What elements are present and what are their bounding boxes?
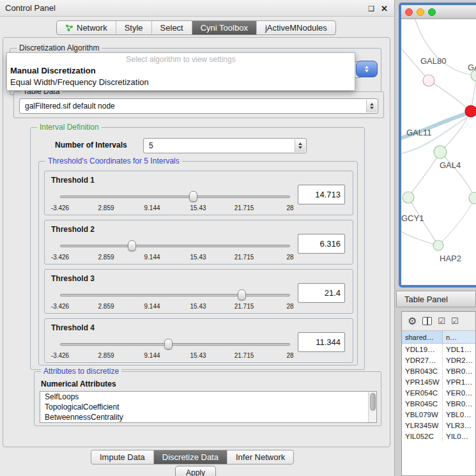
slider-thumb[interactable] (238, 289, 246, 300)
tab-style-label: Style (125, 23, 143, 33)
table-row[interactable]: YDL19…YDL1… (402, 344, 475, 355)
dropdown-placeholder-option[interactable]: Select algorithm to view settings (7, 53, 355, 65)
select-all-icon[interactable]: ☑ (438, 317, 445, 325)
table-panel-titlebar: Table Panel (396, 291, 476, 307)
threshold-2-panel: Threshold 2 -3.426 2.859 9.144 15.43 21.… (44, 220, 353, 265)
node-gcy1[interactable] (403, 192, 414, 203)
columns-icon[interactable] (422, 317, 432, 325)
threshold-3-slider[interactable] (60, 289, 290, 302)
dropdown-option-equal-width-frequency[interactable]: Equal Width/Frequency Discretization (7, 77, 355, 88)
table-toolbar: ⚙ ☑ ☑ (402, 312, 475, 331)
thresholds-coordinates-group: Threshold's Coordinates for 5 Intervals … (38, 161, 358, 365)
slider-track[interactable] (60, 343, 290, 346)
slider-track[interactable] (60, 294, 290, 296)
close-traffic-icon[interactable] (405, 8, 413, 16)
threshold-2-value-field[interactable] (298, 234, 345, 254)
slider-thumb[interactable] (189, 191, 197, 202)
list-item[interactable]: TopologicalCoefficient (40, 402, 376, 412)
threshold-4-slider[interactable] (60, 338, 290, 351)
node-label: GAL4 (440, 160, 461, 170)
network-view-window[interactable]: GAL80 GA GAL11 GAL4 GCY1 HAP2 (399, 3, 476, 288)
stepper-down-icon (370, 107, 374, 109)
algorithm-select-stepper[interactable] (356, 61, 378, 77)
column-header-name[interactable]: n… (443, 331, 475, 343)
threshold-3-value-field[interactable] (298, 283, 345, 303)
slider-thumb[interactable] (128, 240, 136, 251)
tab-select[interactable]: Select (152, 21, 192, 35)
zoom-traffic-icon[interactable] (428, 8, 436, 16)
list-item[interactable]: SelfLoops (40, 392, 376, 402)
scrollbar-thumb[interactable] (370, 393, 376, 411)
stepper-down-icon (365, 70, 369, 72)
tab-select-label: Select (160, 23, 183, 33)
node-label: GAL11 (406, 128, 432, 137)
control-panel-titlebar: Control Panel ❑ ✕ (0, 0, 394, 17)
gear-icon[interactable]: ⚙ (408, 316, 417, 326)
node-label: HAP2 (440, 254, 461, 263)
network-canvas[interactable]: GAL80 GA GAL11 GAL4 GCY1 HAP2 (401, 19, 476, 285)
apply-button[interactable]: Apply (175, 466, 216, 476)
algorithm-dropdown-popup: Select algorithm to view settings Manual… (6, 52, 355, 91)
stepper-up-icon (370, 103, 374, 105)
threshold-4-label: Threshold 4 (51, 323, 95, 332)
select-none-icon[interactable]: ☑ (451, 317, 459, 325)
table-data-select[interactable]: galFiltered.sif default node (19, 98, 378, 114)
tab-jactivemodules-label: jActiveMNodules (265, 23, 327, 33)
list-item[interactable]: BetweennessCentrality (40, 412, 376, 422)
number-of-intervals-stepper[interactable] (295, 139, 305, 152)
tab-network[interactable]: Network (57, 21, 116, 35)
node-selected-red[interactable] (465, 105, 476, 117)
table-row[interactable]: YBR045CYBR0… (402, 398, 475, 409)
threshold-2-slider[interactable] (60, 240, 290, 252)
node-label: GAL80 (420, 56, 446, 66)
node-gal4[interactable] (434, 146, 447, 158)
tab-style[interactable]: Style (116, 21, 152, 35)
number-of-intervals-value: 5 (149, 141, 153, 150)
number-of-intervals-label: Number of Intervals (55, 141, 127, 150)
table-row[interactable]: YBR043CYBR0… (402, 365, 475, 376)
numerical-attributes-label: Numerical Attributes (41, 380, 116, 388)
threshold-4-value-field[interactable] (298, 332, 345, 352)
tab-cyni-toolbox-label: Cyni Toolbox (201, 23, 248, 33)
slider-tick-labels: -3.426 2.859 9.144 15.43 21.715 28 (60, 204, 290, 212)
stepper-down-icon (298, 146, 302, 149)
table-data-selected-value: galFiltered.sif default node (25, 102, 115, 111)
threshold-3-panel: Threshold 3 -3.426 2.859 9.144 15.43 21.… (44, 269, 353, 314)
node-cut-right[interactable] (469, 192, 476, 204)
table-row[interactable]: YIL052CYIL0… (402, 431, 475, 441)
stepper-up-icon (298, 142, 302, 145)
tab-infer-network[interactable]: Infer Network (227, 450, 293, 464)
cyni-toolbox-panel: Discretization Algorithm Table Data galF… (3, 37, 390, 447)
control-panel-window: Control Panel ❑ ✕ Network Style Select C… (0, 0, 395, 476)
slider-tick-labels: -3.426 2.859 9.144 15.43 21.715 28 (60, 352, 290, 360)
node-gal80[interactable] (423, 75, 434, 86)
tab-jactivemodules[interactable]: jActiveMNodules (257, 21, 335, 35)
table-row[interactable]: YER054CYER0… (402, 387, 475, 398)
tab-discretize-data[interactable]: Discretize Data (154, 450, 227, 464)
dropdown-option-manual-discretization[interactable]: Manual Discretization (7, 65, 355, 77)
threshold-1-slider[interactable] (60, 190, 290, 203)
slider-thumb[interactable] (164, 339, 173, 349)
column-header-shared-name[interactable]: shared… (402, 331, 443, 343)
tab-impute-data[interactable]: Impute Data (91, 450, 154, 464)
numerical-attributes-list[interactable]: SelfLoops TopologicalCoefficient Between… (40, 391, 377, 423)
tab-cyni-toolbox[interactable]: Cyni Toolbox (192, 21, 257, 35)
slider-track[interactable] (60, 245, 290, 247)
slider-track[interactable] (60, 196, 290, 198)
minimize-traffic-icon[interactable] (417, 8, 424, 16)
table-row[interactable]: YDR27…YDR2… (402, 355, 475, 365)
table-row[interactable]: YBL079WYBL0… (402, 409, 475, 420)
interval-definition-group: Interval Definition Number of Intervals … (30, 127, 365, 370)
table-row[interactable]: YPR145WYPR1… (402, 376, 475, 387)
threshold-3-label: Threshold 3 (51, 274, 95, 283)
threshold-1-value-field[interactable] (298, 185, 345, 204)
number-of-intervals-select[interactable]: 5 (143, 138, 307, 153)
attributes-group-label: Attributes to discretize (41, 367, 121, 376)
attributes-list-scrollbar[interactable] (368, 392, 376, 422)
table-row[interactable]: YLR345WYLR3… (402, 420, 475, 431)
table-body: YDL19…YDL1… YDR27…YDR2… YBR043CYBR0… YPR… (402, 344, 475, 476)
node-hap2[interactable] (433, 240, 443, 250)
table-data-select-stepper[interactable] (366, 100, 377, 112)
float-window-icon[interactable]: ❑ (368, 5, 374, 12)
close-icon[interactable]: ✕ (381, 4, 388, 13)
